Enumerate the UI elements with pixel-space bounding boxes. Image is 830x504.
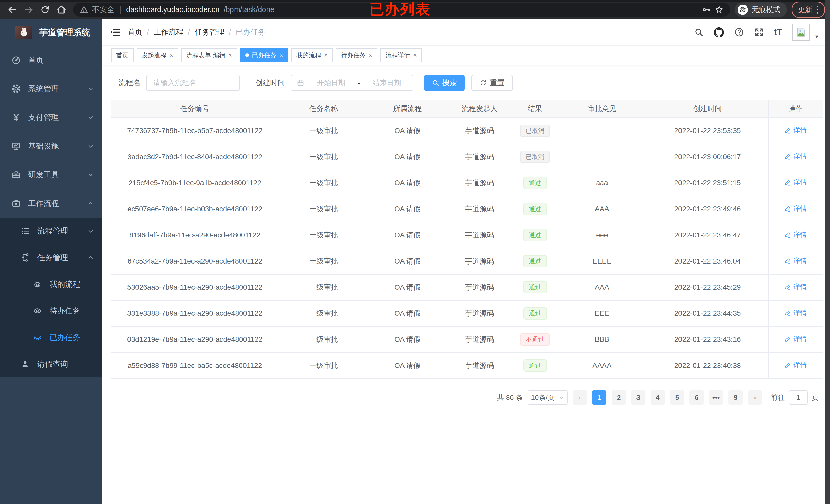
tab-close-icon[interactable]: × — [324, 52, 328, 59]
browser-forward-button[interactable] — [22, 3, 36, 17]
pagination-page-button[interactable]: 1 — [592, 391, 606, 405]
tab-close-icon[interactable]: × — [228, 52, 232, 59]
sidebar-item-devtools[interactable]: 研发工具 — [0, 160, 102, 189]
cell-process: OA 请假 — [369, 274, 446, 300]
tab-close-icon[interactable]: × — [280, 52, 283, 59]
cell-task-name: 一级审批 — [279, 196, 369, 222]
cell-created-at: 2022-01-22 23:44:35 — [647, 300, 768, 327]
pagination-page-button[interactable]: 5 — [670, 391, 684, 405]
pagination-page-button[interactable]: 4 — [650, 391, 665, 405]
app-logo — [15, 26, 32, 39]
pagination-page-button[interactable]: 9 — [728, 391, 743, 405]
breadcrumb: 首页 / 工作流程 / 任务管理 / 已办任务 — [127, 27, 265, 37]
sidebar-collapse-button[interactable] — [110, 28, 120, 37]
page-size-select[interactable]: 10条/页 — [528, 390, 568, 405]
sidebar-item-my-process[interactable]: 我的流程 — [0, 271, 102, 298]
sidebar-item-leave-query[interactable]: 请假查询 — [0, 351, 102, 377]
incognito-icon — [737, 4, 748, 15]
pagination-page-button[interactable]: 6 — [690, 391, 704, 405]
detail-link[interactable]: 详情 — [785, 126, 807, 135]
font-size-icon[interactable]: tT — [774, 28, 782, 37]
cell-created-at: 2022-01-22 23:46:47 — [647, 222, 768, 248]
cell-task-name: 一级审批 — [279, 352, 369, 379]
breadcrumb-item[interactable]: 任务管理 — [195, 27, 224, 37]
sidebar-item-todo-tasks[interactable]: 待办任务 — [0, 298, 102, 324]
sidebar-logo-row[interactable]: 芋道管理系统 — [0, 19, 102, 46]
browser-back-button[interactable] — [5, 3, 20, 17]
reset-button[interactable]: 重置 — [471, 75, 513, 91]
sidebar-item-task-mgmt[interactable]: 任务管理 — [0, 244, 102, 271]
yen-icon — [11, 112, 23, 122]
cell-initiator: 芋道源码 — [446, 352, 513, 379]
detail-link[interactable]: 详情 — [785, 256, 807, 265]
search-icon[interactable] — [694, 28, 704, 37]
date-range-input[interactable]: 开始日期 - 结束日期 — [291, 75, 413, 91]
goto-page-input[interactable] — [789, 390, 808, 405]
tab-start-process[interactable]: 发起流程 × — [137, 48, 178, 62]
cell-process: OA 请假 — [369, 196, 446, 222]
cell-comment — [557, 144, 647, 170]
tab-close-icon[interactable]: × — [369, 52, 372, 59]
avatar[interactable] — [792, 24, 810, 41]
tab-done-tasks[interactable]: 已办任务 × — [240, 48, 288, 62]
monitor-icon — [11, 141, 23, 151]
edit-pencil-icon — [785, 258, 791, 264]
tab-form-edit[interactable]: 流程表单-编辑 × — [181, 48, 237, 62]
detail-link[interactable]: 详情 — [785, 230, 807, 239]
cell-created-at: 2022-01-22 23:40:38 — [647, 352, 768, 379]
sidebar-item-payment[interactable]: 支付管理 — [0, 103, 102, 132]
pagination-ellipsis[interactable]: ••• — [709, 391, 723, 405]
browser-reload-button[interactable] — [38, 3, 52, 17]
detail-link[interactable]: 详情 — [785, 308, 807, 317]
detail-link[interactable]: 详情 — [785, 335, 807, 344]
fullscreen-icon[interactable] — [754, 27, 764, 37]
hamburger-icon — [110, 28, 120, 37]
breadcrumb-separator: / — [229, 28, 231, 37]
pagination-prev-button[interactable]: ‹ — [573, 391, 587, 405]
sidebar-item-workflow[interactable]: 工作流程 — [0, 189, 102, 218]
sidebar-item-home[interactable]: 首页 — [0, 46, 102, 74]
window-scrollbar[interactable] — [825, 0, 830, 504]
cell-created-at: 2022-01-22 23:45:29 — [647, 274, 768, 300]
github-icon[interactable] — [714, 27, 724, 37]
rabbit-logo-icon — [18, 27, 29, 38]
sidebar-item-done-tasks[interactable]: 已办任务 — [0, 324, 102, 351]
tab-process-detail[interactable]: 流程详情 × — [380, 48, 422, 62]
sidebar-item-label: 已办任务 — [50, 332, 81, 343]
avatar-dropdown-caret[interactable]: ▾ — [816, 33, 818, 41]
chevron-down-icon — [87, 171, 94, 178]
detail-link[interactable]: 详情 — [785, 178, 807, 187]
browser-update-button[interactable]: 更新 — [792, 2, 825, 18]
key-icon[interactable] — [702, 5, 711, 14]
pagination-page-button[interactable]: 2 — [612, 391, 626, 405]
flow-tree-icon — [21, 253, 32, 262]
col-initiator: 流程发起人 — [446, 100, 513, 118]
sidebar-item-infrastructure[interactable]: 基础设施 — [0, 132, 102, 160]
breadcrumb-item[interactable]: 工作流程 — [154, 27, 183, 37]
status-badge: 已取消 — [520, 151, 550, 163]
detail-link[interactable]: 详情 — [785, 282, 807, 292]
tab-label: 我的流程 — [296, 51, 321, 59]
cell-comment: EEE — [557, 300, 647, 327]
tab-my-process[interactable]: 我的流程 × — [291, 48, 333, 62]
bookmark-star-icon[interactable] — [715, 5, 724, 14]
pagination-page-button[interactable]: 3 — [631, 391, 645, 405]
detail-link[interactable]: 详情 — [785, 152, 807, 161]
process-name-input[interactable] — [146, 75, 240, 91]
breadcrumb-item[interactable]: 首页 — [127, 27, 142, 37]
help-icon[interactable] — [734, 27, 744, 37]
sidebar-item-process-mgmt[interactable]: 流程管理 — [0, 218, 102, 244]
browser-home-button[interactable] — [54, 3, 69, 17]
tab-close-icon[interactable]: × — [169, 52, 173, 59]
sidebar-item-system[interactable]: 系统管理 — [0, 74, 102, 103]
tab-home[interactable]: 首页 — [111, 48, 134, 62]
dashboard-icon — [11, 55, 23, 65]
pagination-next-button[interactable]: › — [748, 391, 762, 405]
browser-menu-icon[interactable] — [817, 6, 819, 13]
detail-link[interactable]: 详情 — [785, 361, 807, 370]
tab-todo-tasks[interactable]: 待办任务 × — [336, 48, 377, 62]
table-row: 8196daff-7b9a-11ec-a290-acde48001122 一级审… — [111, 222, 823, 248]
detail-link[interactable]: 详情 — [785, 204, 807, 213]
search-button[interactable]: 搜索 — [424, 75, 465, 91]
tab-close-icon[interactable]: × — [413, 52, 417, 59]
